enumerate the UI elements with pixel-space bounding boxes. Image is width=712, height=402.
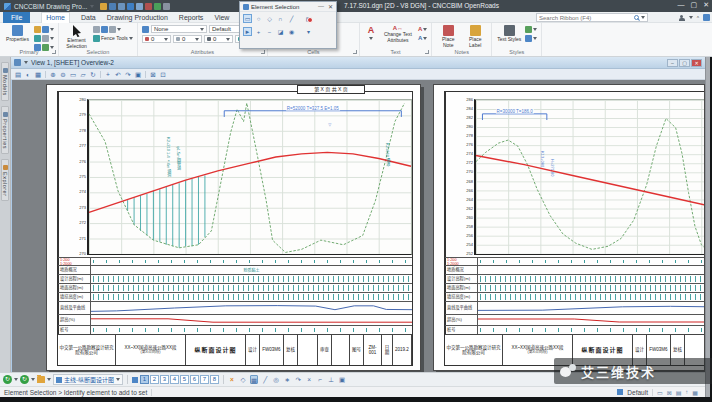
attach-tools-icon[interactable] [34, 26, 41, 33]
chevron-down-icon[interactable] [50, 28, 54, 31]
search-input[interactable] [539, 15, 632, 21]
grid-lock-icon[interactable]: ▦ [250, 375, 258, 384]
dialog-launcher-icon[interactable] [52, 50, 56, 54]
tab-home[interactable]: Home [41, 12, 70, 23]
match-text-icon[interactable]: A [418, 35, 422, 41]
intersection-snap-icon[interactable]: × [305, 375, 313, 384]
element-selection-dialog[interactable]: Element Selection — ✕ ▭○◇∩╱▦ ►+−◪◉▾ [239, 1, 337, 49]
dialog-close-icon[interactable]: ✕ [328, 3, 333, 10]
clear-selection[interactable]: ▦ [304, 14, 313, 23]
profile-sheet-left[interactable]: 第 X 页 共 X 页28027927827727627527427327227… [46, 84, 421, 371]
zoom-in-icon[interactable]: ⊕ [49, 70, 57, 79]
view-number-6[interactable]: 6 [190, 375, 199, 384]
snap-mode-icon[interactable]: ◇ [239, 375, 247, 384]
upload-icon[interactable]: ↑ [685, 389, 688, 396]
models-icon[interactable] [42, 26, 49, 33]
chevron-down-icon[interactable] [24, 61, 28, 64]
selection-options[interactable]: ▾ [304, 27, 313, 36]
view-attributes-icon[interactable]: ▤ [14, 70, 22, 79]
view-number-1[interactable]: 1 [140, 375, 149, 384]
multi-snap-icon[interactable]: ∗ [283, 375, 291, 384]
next-icon[interactable]: ↻ [20, 375, 29, 384]
close-icon[interactable]: ✕ [703, 1, 709, 9]
display-set-icon[interactable]: ▦ [692, 389, 698, 396]
previous-icon[interactable]: ↻ [3, 375, 12, 384]
activity-icon[interactable]: ▭ [657, 389, 663, 396]
window-area-icon[interactable]: ▭ [69, 70, 77, 79]
chevron-down-icon[interactable] [90, 5, 94, 8]
tab-view[interactable]: View [214, 14, 229, 21]
pointer-icon[interactable] [163, 3, 170, 10]
dialog-minimize-icon[interactable]: — [318, 3, 324, 10]
element-styles-icon[interactable] [525, 35, 532, 42]
select-circle[interactable]: ○ [254, 14, 263, 23]
chevron-down-icon[interactable] [641, 16, 645, 19]
save-settings-icon[interactable] [118, 3, 125, 10]
edit-text-icon[interactable]: A [418, 26, 422, 32]
chevron-down-icon[interactable] [129, 37, 133, 40]
view-close-icon[interactable]: ✕ [691, 59, 702, 67]
dialog-launcher-icon[interactable] [261, 50, 265, 54]
redo-icon[interactable] [136, 3, 143, 10]
active-level-select[interactable]: None [151, 25, 207, 33]
select-invert[interactable]: ◪ [276, 27, 285, 36]
line-weight-select[interactable]: 0 [204, 35, 233, 43]
tab-reports[interactable]: Reports [179, 14, 204, 21]
place-label-button[interactable]: Place Label [463, 25, 487, 48]
rotate-view-icon[interactable]: ↻ [89, 70, 97, 79]
copy-view-icon[interactable]: ▣ [134, 70, 142, 79]
pan-view-icon[interactable]: + [104, 70, 112, 79]
dialog-titlebar[interactable]: Element Selection — ✕ [240, 2, 336, 12]
origin-snap-icon[interactable]: ▣ [338, 375, 346, 384]
fit-view-icon[interactable]: ▱ [79, 70, 87, 79]
view-number-8[interactable]: 8 [210, 375, 219, 384]
select-all-icon[interactable] [93, 26, 100, 33]
dialog-launcher-icon[interactable] [425, 50, 429, 54]
dimension-styles-icon[interactable] [525, 26, 532, 33]
view-groups-icon[interactable] [132, 377, 138, 383]
active-level-icon[interactable] [617, 389, 623, 395]
accudraw-toggle[interactable]: × [228, 375, 236, 384]
select-pointer[interactable]: ► [243, 27, 252, 36]
fence-tools-button[interactable]: Fence Tools [101, 35, 128, 41]
perpendicular-snap-icon[interactable]: ⊥ [327, 375, 335, 384]
minimize-icon[interactable]: — [678, 1, 685, 9]
element-selection-button[interactable]: Element Selection [63, 25, 90, 49]
lock-icon[interactable]: ⊠ [667, 389, 672, 396]
sidebar-item-properties[interactable]: Properties [1, 106, 9, 154]
tab-data[interactable]: Data [81, 14, 96, 21]
view-titlebar[interactable]: View 1, [SHEET] Overview-2 – ▢ ✕ [11, 57, 705, 69]
chevron-down-icon[interactable] [689, 16, 693, 19]
nearest-snap-icon[interactable]: ╱ [261, 375, 269, 384]
dialog-launcher-icon[interactable] [353, 50, 357, 54]
view-next-icon[interactable]: ↷ [124, 70, 132, 79]
user-account-icon[interactable] [679, 15, 685, 21]
select-all[interactable]: ◉ [287, 27, 296, 36]
view-number-2[interactable]: 2 [150, 375, 159, 384]
references-icon[interactable] [42, 35, 49, 42]
adjust-colors-icon[interactable]: ▦ [34, 70, 42, 79]
view-menu-icon[interactable] [14, 59, 21, 66]
fence-icon[interactable] [93, 35, 100, 42]
view-minimize-icon[interactable]: – [667, 59, 678, 67]
model-folder-icon[interactable] [37, 376, 45, 383]
level-display-icon[interactable]: ▤ [676, 389, 682, 396]
view-number-4[interactable]: 4 [170, 375, 179, 384]
zoom-out-icon[interactable]: ⊖ [59, 70, 67, 79]
search-icon[interactable] [634, 15, 639, 20]
line-style-select[interactable]: 0 [173, 35, 202, 43]
select-line[interactable]: ╱ [287, 14, 296, 23]
select-rectangle[interactable]: ▭ [243, 14, 252, 23]
text-styles-button[interactable]: Text Styles [496, 25, 522, 43]
collapse-ribbon-icon[interactable]: ^ [697, 15, 699, 21]
place-text-button[interactable]: A [364, 25, 378, 40]
open-icon[interactable] [100, 3, 107, 10]
markup-icon[interactable] [145, 3, 152, 10]
select-add[interactable]: + [254, 27, 263, 36]
place-note-button[interactable]: Place Note [436, 25, 460, 48]
maximize-icon[interactable]: ▢ [691, 1, 698, 9]
chevron-down-icon[interactable] [50, 37, 54, 40]
chevron-down-icon[interactable] [117, 28, 121, 31]
select-arc[interactable]: ∩ [276, 14, 285, 23]
level-manager-icon[interactable] [34, 35, 41, 42]
